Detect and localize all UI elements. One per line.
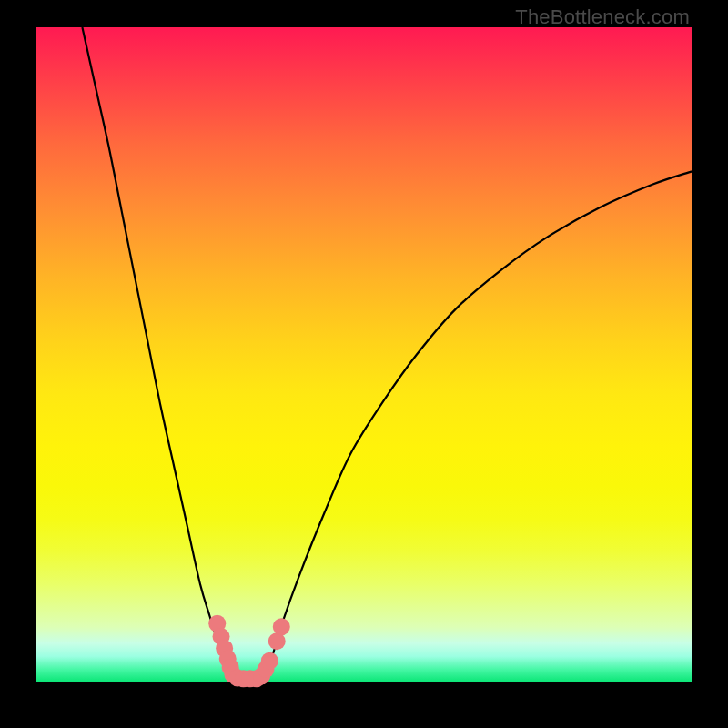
chart-frame: TheBottleneck.com (0, 0, 728, 728)
data-marker (261, 652, 278, 670)
watermark-text: TheBottleneck.com (515, 5, 690, 29)
left-curve (82, 27, 235, 681)
data-marker (273, 618, 290, 635)
curves-svg (36, 27, 692, 682)
right-curve (261, 171, 692, 680)
plot-area (36, 27, 692, 682)
